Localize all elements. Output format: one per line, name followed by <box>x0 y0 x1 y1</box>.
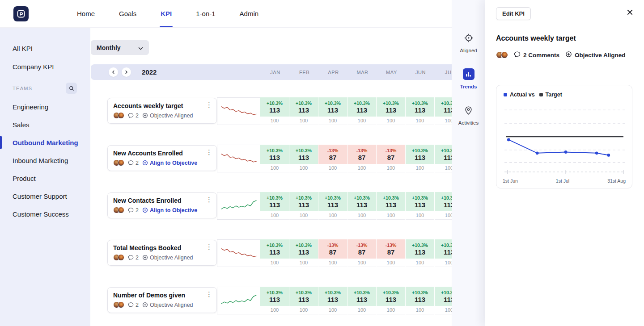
comment-count[interactable]: 2 <box>128 207 139 213</box>
comment-count-value: 2 <box>136 302 139 308</box>
month-cell[interactable]: +10.3%113100 <box>260 145 289 172</box>
app-logo-icon[interactable] <box>13 6 29 21</box>
sidebar-item-customer-support[interactable]: Customer Support <box>0 187 90 205</box>
nav-kpi[interactable]: KPI <box>160 0 173 27</box>
team-search-button[interactable] <box>66 83 77 94</box>
period-select[interactable]: Monthly <box>91 40 149 55</box>
actual-value: 113 <box>298 296 309 303</box>
month-cell[interactable]: +10.3%113100 <box>260 287 289 314</box>
month-cell[interactable]: +10.3%113100 <box>347 192 376 220</box>
month-cell[interactable]: -13%87100 <box>377 145 405 172</box>
cell-actual: +10.3%113 <box>347 287 376 306</box>
month-cell[interactable]: +10.3%113100 <box>318 287 347 314</box>
month-cell[interactable]: +10.3%113100 <box>435 192 452 220</box>
comments-chip[interactable]: 2 Comments <box>514 51 559 59</box>
align-to-objective-link[interactable]: Align to Objective <box>142 160 197 166</box>
month-cell[interactable]: +10.3%113100 <box>318 192 347 220</box>
nav-1-on-1[interactable]: 1-on-1 <box>195 0 216 27</box>
month-cell[interactable]: +10.3%113100 <box>435 239 452 267</box>
month-cell[interactable]: +10.3%113100 <box>406 239 434 267</box>
kpi-sparkline <box>217 239 260 267</box>
target-value: 100 <box>347 164 376 172</box>
comment-count[interactable]: 2 <box>128 160 139 166</box>
sidebar-item-product[interactable]: Product <box>0 169 90 187</box>
objective-icon <box>565 51 572 59</box>
kpi-card-number-of-demos-given[interactable]: Number of Demos given⋮2Objective Aligned <box>107 287 217 313</box>
sidebar-item-all-kpi[interactable]: All KPI <box>0 39 90 58</box>
comment-count[interactable]: 2 <box>128 113 139 119</box>
month-cell[interactable]: +10.3%113100 <box>435 97 452 125</box>
kpi-avatars <box>113 112 124 119</box>
target-value: 100 <box>318 211 347 220</box>
month-cell[interactable]: +10.3%113100 <box>406 97 434 125</box>
month-cell[interactable]: +10.3%113100 <box>289 239 318 267</box>
month-cell[interactable]: +10.3%113100 <box>289 287 318 314</box>
objective-aligned-label[interactable]: Objective Aligned <box>142 302 193 308</box>
comments-count-label: 2 Comments <box>523 52 559 59</box>
month-cell[interactable]: +10.3%113100 <box>435 287 452 314</box>
kebab-menu-icon[interactable]: ⋮ <box>206 101 212 108</box>
objective-aligned-label[interactable]: Objective Aligned <box>142 113 193 119</box>
chart-legend: Actual vs Target <box>504 92 625 98</box>
actual-value: 113 <box>386 296 396 303</box>
month-cell[interactable]: +10.3%113100 <box>377 192 405 220</box>
nav-admin[interactable]: Admin <box>239 0 260 27</box>
kpi-card-new-accounts-enrolled[interactable]: New Accounts Enrolled⋮2Align to Objectiv… <box>107 145 217 171</box>
month-cell[interactable]: +10.3%113100 <box>260 239 289 267</box>
align-to-objective-link[interactable]: Align to Objective <box>142 207 197 213</box>
rail-item-aligned[interactable]: Aligned <box>460 32 477 53</box>
month-cell[interactable]: +10.3%113100 <box>347 287 376 314</box>
month-cell[interactable]: +10.3%113100 <box>260 192 289 220</box>
next-year-button[interactable] <box>122 67 131 77</box>
month-cell[interactable]: +10.3%113100 <box>435 145 452 172</box>
kebab-menu-icon[interactable]: ⋮ <box>206 291 212 297</box>
month-cell[interactable]: -13%87100 <box>347 145 376 172</box>
objective-aligned-chip[interactable]: Objective Aligned <box>565 51 626 59</box>
kebab-menu-icon[interactable]: ⋮ <box>206 243 212 250</box>
kpi-avatars <box>113 301 124 308</box>
close-icon[interactable] <box>625 8 634 17</box>
nav-goals[interactable]: Goals <box>118 0 137 27</box>
rail-item-activities[interactable]: Activities <box>458 104 479 125</box>
kpi-card-accounts-weekly-target[interactable]: Accounts weekly target⋮2Objective Aligne… <box>107 98 217 124</box>
avatar <box>118 301 124 308</box>
sidebar-item-company-kpi[interactable]: Company KPI <box>0 58 90 76</box>
month-cell[interactable]: -13%87100 <box>318 239 347 267</box>
month-cell[interactable]: +10.3%113100 <box>289 145 318 172</box>
month-cell[interactable]: +10.3%113100 <box>406 287 434 314</box>
month-cell[interactable]: +10.3%113100 <box>406 145 434 172</box>
kpi-card-total-meetings-booked[interactable]: Total Meetings Booked⋮2Objective Aligned <box>107 240 217 266</box>
month-cell[interactable]: +10.3%113100 <box>289 192 318 220</box>
panel-kpi-title: Accounts weekly target <box>496 34 576 42</box>
comment-count[interactable]: 2 <box>128 255 139 261</box>
edit-kpi-button[interactable]: Edit KPI <box>496 7 531 20</box>
sidebar-item-sales[interactable]: Sales <box>0 116 90 134</box>
delta-badge: +10.3% <box>267 242 283 248</box>
month-cell[interactable]: -13%87100 <box>318 145 347 172</box>
prev-year-button[interactable] <box>109 67 118 77</box>
rail-item-trends[interactable]: Trends <box>460 68 477 89</box>
panel-avatars <box>496 51 508 59</box>
month-cell[interactable]: -13%87100 <box>377 239 405 267</box>
kebab-menu-icon[interactable]: ⋮ <box>206 149 212 155</box>
comment-count[interactable]: 2 <box>128 302 139 308</box>
kpi-title: Total Meetings Booked <box>113 244 211 251</box>
sidebar-item-inbound-marketing[interactable]: Inbound Marketing <box>0 151 90 169</box>
objective-aligned-label[interactable]: Objective Aligned <box>142 255 193 261</box>
month-cell[interactable]: +10.3%113100 <box>260 97 289 125</box>
month-cell[interactable]: +10.3%113100 <box>347 97 376 125</box>
delta-badge: +10.3% <box>412 148 428 153</box>
kpi-card-new-contacts-enrolled[interactable]: New Contacts Enrolled⋮2Align to Objectiv… <box>107 192 217 218</box>
month-cell[interactable]: +10.3%113100 <box>377 97 405 125</box>
nav-home[interactable]: Home <box>76 0 96 27</box>
month-cell[interactable]: +10.3%113100 <box>289 97 318 125</box>
month-cell[interactable]: -13%87100 <box>347 239 376 267</box>
month-cell[interactable]: +10.3%113100 <box>377 287 405 314</box>
delta-badge: +10.3% <box>441 148 452 153</box>
month-cell[interactable]: +10.3%113100 <box>318 97 347 125</box>
kebab-menu-icon[interactable]: ⋮ <box>206 196 212 203</box>
sidebar-item-engineering[interactable]: Engineering <box>0 98 90 116</box>
month-cell[interactable]: +10.3%113100 <box>406 192 434 220</box>
sidebar-item-outbound-marketing[interactable]: Outbound Marketing <box>0 134 90 151</box>
sidebar-item-customer-success[interactable]: Customer Success <box>0 205 90 223</box>
